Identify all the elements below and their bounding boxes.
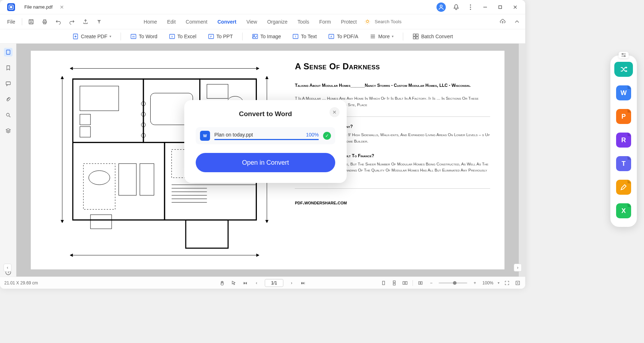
tab-home[interactable]: Home <box>144 18 157 26</box>
zoom-out-icon[interactable]: − <box>428 280 434 286</box>
hand-tool-icon[interactable] <box>219 280 225 286</box>
close-tab-icon[interactable]: ✕ <box>60 4 64 10</box>
svg-rect-9 <box>29 20 33 24</box>
prev-page-icon[interactable]: ‹ <box>253 280 260 286</box>
dock-excel-button[interactable]: X <box>616 203 631 218</box>
search-icon[interactable] <box>4 111 13 119</box>
select-tool-icon[interactable] <box>230 280 237 286</box>
zoom-slider[interactable] <box>439 282 467 284</box>
lightbulb-icon[interactable] <box>365 19 370 25</box>
last-page-icon[interactable]: ⏭ <box>300 280 306 286</box>
share-icon[interactable] <box>82 18 89 26</box>
tab-organize[interactable]: Organize <box>267 18 288 26</box>
cloud-upload-icon[interactable] <box>499 18 507 26</box>
create-pdf-button[interactable]: Create PDF ▾ <box>70 32 113 41</box>
svg-rect-78 <box>403 282 405 284</box>
attachments-icon[interactable] <box>4 95 13 104</box>
svg-line-37 <box>9 116 10 117</box>
convert-toolbar: Create PDF ▾ W To Word X To Excel P To P… <box>0 29 525 44</box>
close-window-button[interactable] <box>511 3 519 11</box>
collapse-left-button[interactable]: ‹ <box>4 264 11 272</box>
comments-icon[interactable] <box>4 79 13 88</box>
document-tab[interactable]: File name.pdf ✕ <box>19 2 69 12</box>
zoom-dropdown-icon[interactable]: ▾ <box>498 281 499 285</box>
main-tabs: Home Edit Comment Convert View Organize … <box>144 18 357 26</box>
layers-icon[interactable] <box>4 126 13 135</box>
tab-protect[interactable]: Protect <box>341 18 357 26</box>
to-pdfa-button[interactable]: A To PDF/A <box>326 32 360 41</box>
svg-rect-21 <box>253 34 258 39</box>
undo-icon[interactable] <box>54 18 62 26</box>
collapse-right-button[interactable]: › <box>514 264 522 272</box>
app-logo-icon[interactable] <box>7 3 15 11</box>
next-page-icon[interactable]: › <box>288 280 295 286</box>
two-page-icon[interactable] <box>402 280 408 286</box>
pdfa-icon: A <box>328 33 335 40</box>
doc-title: A Sense Of Darkness <box>295 61 490 71</box>
scrollbar[interactable] <box>519 44 525 277</box>
file-menu[interactable]: File <box>4 18 18 26</box>
svg-text:A: A <box>331 35 333 38</box>
bookmarks-icon[interactable] <box>4 64 13 72</box>
continuous-page-icon[interactable] <box>391 280 397 286</box>
to-excel-button[interactable]: X To Excel <box>167 32 199 41</box>
tab-edit[interactable]: Edit <box>167 18 176 26</box>
dock-edit-button[interactable] <box>616 180 631 195</box>
more-button[interactable]: More ▾ <box>367 32 396 41</box>
ppt-icon: P <box>208 33 214 40</box>
to-word-button[interactable]: W To Word <box>128 32 160 41</box>
svg-rect-75 <box>382 281 385 285</box>
svg-point-84 <box>624 56 625 57</box>
right-dock: W P R T X <box>610 55 637 227</box>
tab-tools[interactable]: Tools <box>298 18 309 26</box>
page-number-input[interactable] <box>265 279 283 287</box>
zoom-in-icon[interactable]: + <box>472 280 478 286</box>
svg-rect-34 <box>6 50 10 54</box>
to-text-button[interactable]: T To Text <box>290 32 319 41</box>
maximize-button[interactable] <box>496 3 504 11</box>
tab-form[interactable]: Form <box>319 18 331 26</box>
dock-text-button[interactable]: T <box>616 156 631 171</box>
save-icon[interactable] <box>27 18 35 26</box>
single-page-icon[interactable] <box>380 280 387 286</box>
file-name: Plan on today.ppt <box>214 132 253 138</box>
svg-text:W: W <box>132 35 135 38</box>
read-mode-icon[interactable] <box>417 280 424 286</box>
svg-text:X: X <box>171 35 173 38</box>
batch-convert-button[interactable]: Batch Convert <box>410 32 455 41</box>
svg-rect-35 <box>6 82 10 85</box>
redo-icon[interactable] <box>68 18 76 26</box>
search-tools-input[interactable] <box>375 19 418 24</box>
svg-text:T: T <box>295 35 297 38</box>
conversion-file-row: W Plan on today.ppt 100% ✓ <box>196 127 335 144</box>
to-ppt-button[interactable]: P To PPT <box>206 32 235 41</box>
collapse-ribbon-icon[interactable] <box>513 18 521 26</box>
fit-page-icon[interactable] <box>514 280 521 286</box>
open-in-convert-button[interactable]: Open in Convert <box>196 153 335 172</box>
notification-bell-icon[interactable] <box>452 3 460 11</box>
print-icon[interactable] <box>41 18 49 26</box>
fullscreen-icon[interactable] <box>504 280 510 286</box>
filter-icon[interactable] <box>95 18 103 26</box>
dock-word-button[interactable]: W <box>616 85 631 100</box>
dock-shuffle-button[interactable] <box>614 62 633 77</box>
first-page-icon[interactable]: ⏮ <box>242 280 248 286</box>
user-avatar-button[interactable] <box>436 3 446 12</box>
dock-settings-icon[interactable] <box>619 52 629 58</box>
svg-point-82 <box>622 54 623 55</box>
tab-view[interactable]: View <box>247 18 257 26</box>
thumbnails-icon[interactable] <box>4 48 13 56</box>
modal-title: Convert to Word <box>196 110 335 118</box>
svg-text:P: P <box>210 35 212 38</box>
dock-rtf-button[interactable]: R <box>616 133 631 148</box>
create-pdf-icon <box>72 33 79 40</box>
more-menu-icon[interactable] <box>467 3 474 11</box>
tab-convert[interactable]: Convert <box>218 18 236 26</box>
dock-ppt-button[interactable]: P <box>616 109 631 124</box>
more-icon <box>370 33 376 40</box>
modal-close-button[interactable]: ✕ <box>330 107 340 117</box>
minimize-button[interactable] <box>481 3 489 11</box>
to-image-button[interactable]: To Image <box>250 32 283 41</box>
tab-comment[interactable]: Comment <box>186 18 208 26</box>
svg-point-36 <box>6 113 9 116</box>
